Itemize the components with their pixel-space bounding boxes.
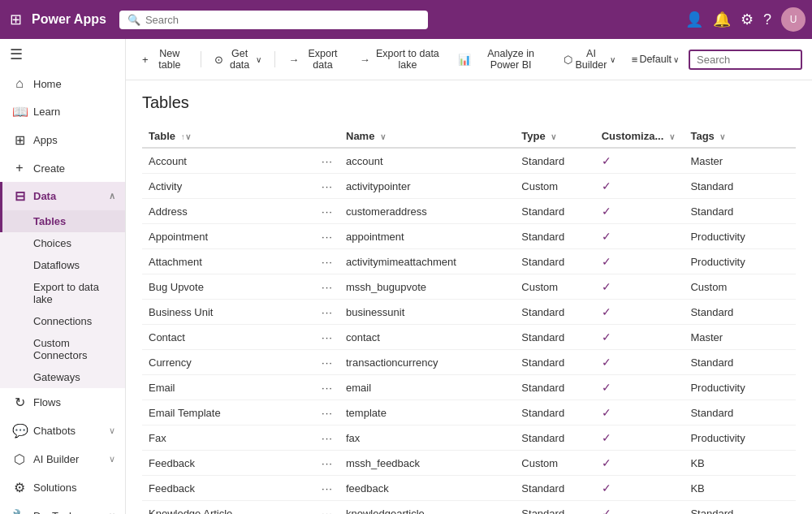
cell-table-1[interactable]: Activity bbox=[142, 174, 315, 199]
cell-table-0[interactable]: Account bbox=[142, 148, 315, 174]
sidebar-item-chatbots[interactable]: 💬 Chatbots ∨ bbox=[0, 417, 125, 445]
cell-type-13: Standard bbox=[515, 476, 594, 501]
settings-icon[interactable]: ⚙ bbox=[741, 11, 754, 28]
col-header-name[interactable]: Name ∨ bbox=[339, 125, 515, 148]
cell-dots-3[interactable]: ··· bbox=[315, 224, 339, 249]
sidebar-toggle[interactable]: ☰ bbox=[0, 39, 125, 70]
cell-dots-10[interactable]: ··· bbox=[315, 400, 339, 425]
cell-dots-14[interactable]: ··· bbox=[315, 501, 339, 515]
sort-type-icon[interactable]: ∨ bbox=[551, 132, 556, 141]
sidebar-item-home[interactable]: ⌂ Home bbox=[0, 70, 125, 97]
cell-dots-13[interactable]: ··· bbox=[315, 476, 339, 501]
cell-tags-8: Standard bbox=[684, 350, 796, 375]
sidebar-item-flows[interactable]: ↻ Flows bbox=[0, 388, 125, 417]
new-table-label: New table bbox=[152, 48, 188, 71]
cell-dots-7[interactable]: ··· bbox=[315, 325, 339, 350]
top-nav-right: 👤 🔔 ⚙ ? U bbox=[685, 7, 806, 32]
default-button[interactable]: ≡ Default ∨ bbox=[625, 50, 685, 70]
sidebar-item-solutions[interactable]: ⚙ Solutions bbox=[0, 473, 125, 502]
cell-table-6[interactable]: Business Unit bbox=[142, 300, 315, 325]
devtools-icon: 🔧 bbox=[12, 508, 27, 514]
sort-table-icon[interactable]: ↑∨ bbox=[181, 132, 191, 141]
cell-table-4[interactable]: Attachment bbox=[142, 249, 315, 274]
cell-table-12[interactable]: Feedback bbox=[142, 451, 315, 476]
sort-tags-icon[interactable]: ∨ bbox=[719, 132, 725, 141]
cell-table-5[interactable]: Bug Upvote bbox=[142, 274, 315, 300]
cell-dots-2[interactable]: ··· bbox=[315, 199, 339, 224]
cell-custom-2: ✓ bbox=[595, 199, 685, 224]
cell-table-10[interactable]: Email Template bbox=[142, 400, 315, 425]
export-data-lake-button[interactable]: → Export to data lake bbox=[353, 44, 448, 75]
export-data-lake-label: Export to data lake bbox=[374, 48, 442, 71]
analyze-power-bi-button[interactable]: 📊 Analyze in Power BI bbox=[451, 44, 554, 75]
get-data-button[interactable]: ⊙ Get data ∨ bbox=[208, 44, 268, 75]
cell-table-2[interactable]: Address bbox=[142, 199, 315, 224]
cell-dots-5[interactable]: ··· bbox=[315, 274, 339, 300]
sidebar-sub-choices[interactable]: Choices bbox=[0, 232, 125, 254]
top-search-input[interactable] bbox=[145, 14, 420, 26]
cell-dots-1[interactable]: ··· bbox=[315, 174, 339, 199]
cell-table-3[interactable]: Appointment bbox=[142, 224, 315, 249]
sidebar-sub-export-data-lake[interactable]: Export to data lake bbox=[0, 276, 125, 310]
check-icon-1: ✓ bbox=[602, 179, 611, 192]
avatar[interactable]: U bbox=[781, 7, 806, 32]
cell-table-8[interactable]: Currency bbox=[142, 350, 315, 375]
cell-type-2: Standard bbox=[515, 199, 594, 224]
cell-custom-6: ✓ bbox=[595, 300, 685, 325]
sidebar-sub-dataflows[interactable]: Dataflows bbox=[0, 254, 125, 276]
cell-dots-8[interactable]: ··· bbox=[315, 350, 339, 375]
sidebar-label-apps: Apps bbox=[33, 134, 115, 146]
col-header-type[interactable]: Type ∨ bbox=[515, 125, 594, 148]
sidebar-item-devtools[interactable]: 🔧 DevTools ∨ bbox=[0, 502, 125, 514]
cell-custom-7: ✓ bbox=[595, 325, 685, 350]
sidebar-item-learn[interactable]: 📖 Learn bbox=[0, 97, 125, 126]
export-data-button[interactable]: → Export data bbox=[282, 44, 350, 75]
cell-dots-6[interactable]: ··· bbox=[315, 300, 339, 325]
help-icon[interactable]: ? bbox=[763, 11, 771, 28]
cell-type-1: Custom bbox=[515, 174, 594, 199]
check-icon-10: ✓ bbox=[602, 406, 611, 419]
sidebar-sub-connections[interactable]: Connections bbox=[0, 310, 125, 332]
cell-custom-0: ✓ bbox=[595, 148, 685, 174]
ai-builder-button[interactable]: ⬡ AI Builder ∨ bbox=[557, 44, 622, 75]
cell-name-11: fax bbox=[339, 425, 515, 451]
cell-dots-12[interactable]: ··· bbox=[315, 451, 339, 476]
tables-table: Table ↑∨ Name ∨ Type ∨ Cu bbox=[142, 125, 796, 514]
sidebar-item-data[interactable]: ⊟ Data ∧ bbox=[0, 182, 125, 210]
cell-table-11[interactable]: Fax bbox=[142, 425, 315, 451]
people-icon[interactable]: 👤 bbox=[685, 11, 703, 28]
col-header-customizable[interactable]: Customiza... ∨ bbox=[595, 125, 685, 148]
create-icon: + bbox=[12, 161, 27, 175]
sidebar-sub-custom-connectors[interactable]: Custom Connectors bbox=[0, 332, 125, 366]
cell-dots-0[interactable]: ··· bbox=[315, 148, 339, 174]
sidebar-item-apps[interactable]: ⊞ Apps bbox=[0, 126, 125, 154]
sidebar-label-ai-builder: AI Builder bbox=[33, 453, 102, 465]
sort-custom-icon[interactable]: ∨ bbox=[669, 132, 675, 141]
table-row: Email Template ··· template Standard ✓ S… bbox=[142, 400, 796, 425]
default-icon: ≡ bbox=[632, 54, 638, 66]
sidebar-item-ai-builder[interactable]: ⬡ AI Builder ∨ bbox=[0, 445, 125, 473]
cell-table-7[interactable]: Contact bbox=[142, 325, 315, 350]
sidebar-label-chatbots: Chatbots bbox=[33, 425, 102, 437]
cell-dots-9[interactable]: ··· bbox=[315, 375, 339, 400]
sidebar-item-create[interactable]: + Create bbox=[0, 154, 125, 182]
cell-table-9[interactable]: Email bbox=[142, 375, 315, 400]
cell-name-3: appointment bbox=[339, 224, 515, 249]
toolbar-search-input[interactable] bbox=[697, 54, 794, 66]
cell-type-5: Custom bbox=[515, 274, 594, 300]
col-header-tags[interactable]: Tags ∨ bbox=[684, 125, 796, 148]
cell-dots-11[interactable]: ··· bbox=[315, 425, 339, 451]
new-table-button[interactable]: + New table bbox=[136, 44, 194, 75]
cell-type-9: Standard bbox=[515, 375, 594, 400]
sort-name-icon[interactable]: ∨ bbox=[380, 132, 386, 141]
waffle-icon[interactable]: ⊞ bbox=[6, 7, 25, 32]
col-header-table[interactable]: Table ↑∨ bbox=[142, 125, 315, 148]
cell-table-14[interactable]: Knowledge Article bbox=[142, 501, 315, 515]
sidebar-sub-gateways[interactable]: Gateways bbox=[0, 366, 125, 388]
bell-icon[interactable]: 🔔 bbox=[713, 11, 731, 28]
cell-table-13[interactable]: Feedback bbox=[142, 476, 315, 501]
cell-tags-7: Master bbox=[684, 325, 796, 350]
cell-type-8: Standard bbox=[515, 350, 594, 375]
sidebar-sub-tables[interactable]: Tables bbox=[0, 210, 125, 232]
cell-dots-4[interactable]: ··· bbox=[315, 249, 339, 274]
